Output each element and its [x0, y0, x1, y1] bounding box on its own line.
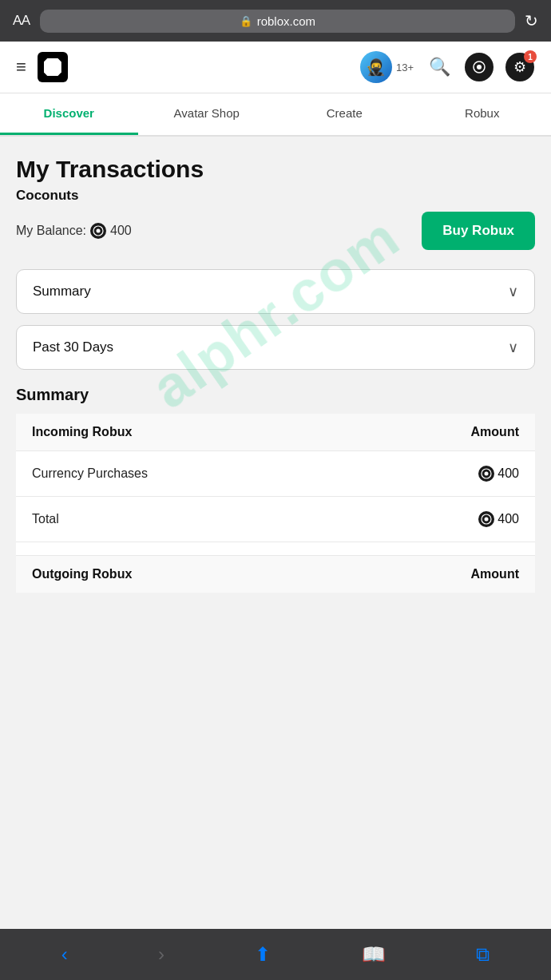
- transactions-table: Incoming Robux Amount Currency Purchases…: [16, 414, 535, 593]
- site-header: ≡ 🥷 13+ 🔍 ⚙ 1: [0, 42, 551, 93]
- forward-button[interactable]: ›: [149, 937, 174, 972]
- refresh-button[interactable]: ↻: [525, 11, 538, 30]
- lock-icon: 🔒: [240, 15, 252, 27]
- main-content: My Transactions Coconuts My Balance: 400…: [0, 137, 551, 929]
- hamburger-menu-icon[interactable]: ≡: [16, 57, 26, 77]
- url-bar[interactable]: 🔒 roblox.com: [40, 10, 515, 33]
- period-dropdown-label: Past 30 Days: [33, 339, 113, 355]
- svg-point-3: [97, 229, 101, 233]
- row-value-total: 400: [478, 511, 519, 527]
- tab-create[interactable]: Create: [276, 93, 414, 135]
- incoming-header-row: Incoming Robux Amount: [16, 414, 535, 451]
- page-title: My Transactions: [16, 156, 535, 183]
- row-amount-currency: 400: [497, 466, 519, 481]
- avatar: 🥷: [360, 51, 392, 83]
- svg-point-1: [477, 65, 482, 69]
- nav-tabs: Discover Avatar Shop Create Robux: [0, 93, 551, 137]
- type-dropdown-label: Summary: [33, 284, 91, 300]
- bookmarks-button[interactable]: 📖: [352, 937, 395, 972]
- tab-robux[interactable]: Robux: [414, 93, 552, 135]
- browser-chrome: AA 🔒 roblox.com ↻: [0, 0, 551, 42]
- font-size-control[interactable]: AA: [13, 13, 30, 29]
- url-text: roblox.com: [257, 14, 315, 28]
- amount-header: Amount: [471, 425, 519, 439]
- summary-title: Summary: [16, 386, 535, 404]
- roblox-logo-inner: [44, 58, 61, 76]
- chevron-down-icon: ∨: [508, 283, 518, 300]
- balance-amount: 400: [110, 224, 132, 238]
- tab-discover[interactable]: Discover: [0, 93, 138, 135]
- table-row-total: Total 400: [16, 497, 535, 542]
- back-button[interactable]: ‹: [52, 937, 77, 972]
- incoming-label: Incoming Robux: [32, 425, 132, 439]
- svg-point-5: [485, 472, 489, 476]
- row-amount-total: 400: [497, 512, 519, 526]
- bottom-nav: ‹ › ⬆ 📖 ⧉: [0, 929, 551, 980]
- balance-display: My Balance: 400: [16, 223, 132, 239]
- tabs-button[interactable]: ⧉: [466, 937, 499, 972]
- buy-robux-button[interactable]: Buy Robux: [422, 212, 535, 250]
- notification-badge: 1: [524, 50, 537, 63]
- avatar-area[interactable]: 🥷 13+: [360, 51, 414, 83]
- row-value-currency: 400: [478, 466, 519, 482]
- row-label-total: Total: [32, 512, 59, 526]
- robux-balance-icon[interactable]: [465, 53, 494, 81]
- outgoing-header-row: Outgoing Robux Amount: [16, 555, 535, 593]
- roblox-logo[interactable]: [38, 52, 68, 82]
- row-label-currency: Currency Purchases: [32, 466, 148, 481]
- balance-row: My Balance: 400 Buy Robux: [16, 212, 535, 250]
- period-dropdown[interactable]: Past 30 Days ∨: [16, 325, 535, 370]
- summary-section: Summary Incoming Robux Amount Currency P…: [16, 386, 535, 593]
- robux-coin-icon-row2: [478, 511, 494, 527]
- balance-label: My Balance:: [16, 224, 86, 238]
- share-button[interactable]: ⬆: [245, 937, 280, 972]
- svg-point-7: [485, 518, 489, 522]
- outgoing-amount-header: Amount: [471, 567, 519, 581]
- search-icon[interactable]: 🔍: [425, 53, 454, 81]
- chevron-down-icon-2: ∨: [508, 339, 518, 356]
- table-row: Currency Purchases 400: [16, 451, 535, 497]
- outgoing-label: Outgoing Robux: [32, 567, 132, 581]
- robux-coin-icon: [90, 223, 106, 239]
- age-badge: 13+: [396, 61, 414, 73]
- type-dropdown[interactable]: Summary ∨: [16, 269, 535, 314]
- settings-icon-wrap[interactable]: ⚙ 1: [505, 52, 535, 82]
- tab-avatar-shop[interactable]: Avatar Shop: [138, 93, 276, 135]
- username-label: Coconuts: [16, 188, 535, 204]
- robux-coin-icon-row1: [478, 466, 494, 482]
